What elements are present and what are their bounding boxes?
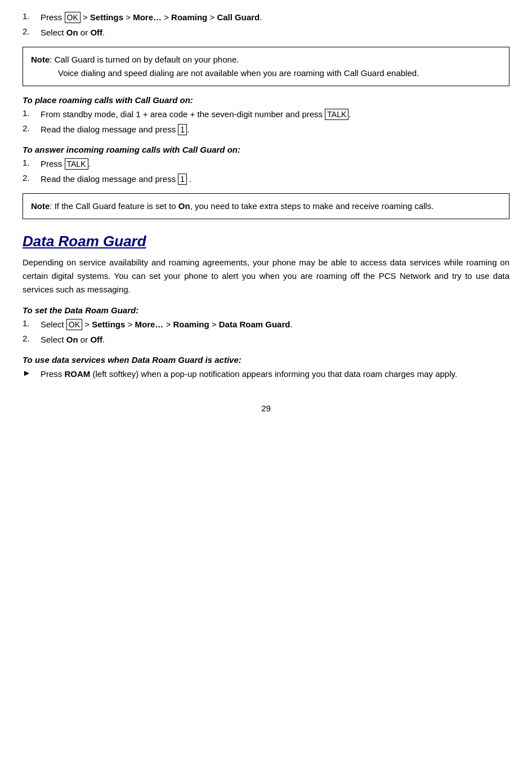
step-item: 1. Press OK > Settings > More… > Roaming… (23, 11, 509, 24)
one-kbd-2: 1 (178, 174, 187, 185)
note-box-2: Note: If the Call Guard feature is set t… (23, 193, 509, 219)
page-number: 29 (23, 403, 509, 413)
roaming-calls-steps: 1. From standby mode, dial 1 + area code… (23, 108, 509, 136)
note-line1: Call Guard is turned on by default on yo… (55, 55, 239, 64)
note-colon: : (50, 55, 52, 64)
step-item: 1. From standby mode, dial 1 + area code… (23, 108, 509, 121)
step-item: 2. Read the dialog message and press 1. (23, 123, 509, 136)
note-label: Note (31, 55, 50, 64)
answer-steps: 1. Press TALK. 2. Read the dialog messag… (23, 158, 509, 185)
step-number: 1. (23, 318, 41, 331)
step-item: 2. Select On or Off. (23, 334, 509, 347)
roaming-calls-heading: To place roaming calls with Call Guard o… (23, 95, 509, 105)
answer-heading: To answer incoming roaming calls with Ca… (23, 145, 509, 154)
bullet-arrow: ► (23, 368, 41, 381)
step-item: 2. Read the dialog message and press 1 . (23, 173, 509, 186)
step-number: 2. (23, 334, 41, 347)
note-box-1: Note: Call Guard is turned on by default… (23, 47, 509, 86)
set-data-roam-heading: To set the Data Roam Guard: (23, 305, 509, 315)
ok-kbd: OK (65, 12, 81, 23)
use-bullet-text: Press ROAM (left softkey) when a pop-up … (41, 368, 457, 381)
step-text: Select OK > Settings > More… > Roaming >… (41, 318, 293, 331)
note-line2: Voice dialing and speed dialing are not … (58, 68, 419, 78)
step-item: 1. Press TALK. (23, 158, 509, 171)
step-number: 2. (23, 173, 41, 186)
talk-kbd: TALK (325, 109, 348, 120)
step-number: 2. (23, 26, 41, 39)
step-number: 1. (23, 11, 41, 24)
ok-kbd-2: OK (66, 319, 82, 330)
step-text: Select On or Off. (41, 334, 105, 347)
talk-kbd-2: TALK (65, 158, 88, 170)
step-number: 1. (23, 158, 41, 171)
use-bullet-item: ► Press ROAM (left softkey) when a pop-u… (23, 368, 509, 381)
data-roam-guard-title: Data Roam Guard (23, 233, 509, 250)
step-text: Select On or Off. (41, 26, 105, 39)
set-steps: 1. Select OK > Settings > More… > Roamin… (23, 318, 509, 346)
step-text: Press OK > Settings > More… > Roaming > … (41, 11, 262, 24)
step-text: Press TALK. (41, 158, 91, 171)
step-text: Read the dialog message and press 1. (41, 123, 189, 136)
step-text: Read the dialog message and press 1 . (41, 173, 191, 186)
step-number: 2. (23, 123, 41, 136)
one-kbd: 1 (178, 124, 187, 135)
step-text: From standby mode, dial 1 + area code + … (41, 108, 351, 121)
step-list-1: 1. Press OK > Settings > More… > Roaming… (23, 11, 509, 39)
use-data-roam-heading: To use data services when Data Roam Guar… (23, 355, 509, 365)
note-label-2: Note (31, 201, 50, 211)
step-item: 1. Select OK > Settings > More… > Roamin… (23, 318, 509, 331)
step-number: 1. (23, 108, 41, 121)
data-roam-guard-para: Depending on service availability and ro… (23, 256, 509, 296)
step-item: 2. Select On or Off. (23, 26, 509, 39)
